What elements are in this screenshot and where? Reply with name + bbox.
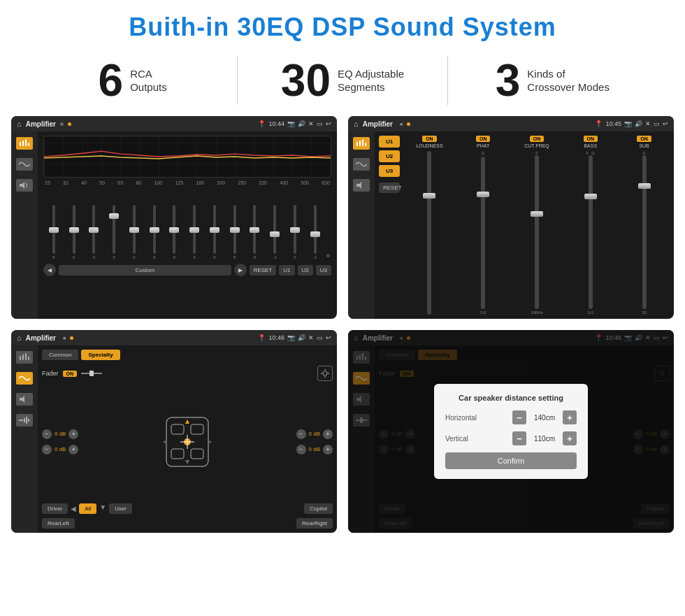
bass-on-button[interactable]: ON xyxy=(584,136,598,142)
eq-label-4: 50 xyxy=(99,180,105,185)
slider-track-5[interactable] xyxy=(153,205,156,254)
home-icon-3[interactable]: ⌂ xyxy=(17,334,22,342)
amp-sidebar-speaker-icon[interactable] xyxy=(353,179,370,192)
rearleft-button[interactable]: RearLeft xyxy=(42,518,75,529)
fader-on-button[interactable]: ON xyxy=(63,371,78,377)
slider-thumb-12[interactable] xyxy=(290,227,300,233)
loudness-slider[interactable] xyxy=(427,151,431,315)
slider-track-2[interactable] xyxy=(92,205,95,254)
slider-track-10[interactable] xyxy=(253,205,256,254)
slider-thumb-5[interactable] xyxy=(150,227,159,233)
fader-sidebar-eq-icon[interactable] xyxy=(16,351,33,364)
fader-sidebar-vol-icon[interactable] xyxy=(16,414,33,427)
slider-track-4[interactable] xyxy=(133,205,136,254)
db-plus-1[interactable]: + xyxy=(68,429,78,439)
db-plus-2[interactable]: + xyxy=(68,445,78,454)
back-icon-2[interactable]: ↩ xyxy=(663,120,668,127)
db-minus-3[interactable]: − xyxy=(296,429,306,439)
phat-slider[interactable] xyxy=(481,157,485,309)
db-minus-4[interactable]: − xyxy=(296,445,306,454)
eq-reset-button[interactable]: RESET xyxy=(250,265,277,275)
slider-thumb-3[interactable] xyxy=(109,213,119,219)
specialty-tab-button[interactable]: Specialty xyxy=(81,350,120,360)
sub-slider[interactable] xyxy=(642,155,647,309)
phat-on-button[interactable]: ON xyxy=(476,136,491,142)
left-arrow[interactable]: ◀ xyxy=(71,505,76,513)
eq-prev-button[interactable]: ◀ xyxy=(43,264,56,276)
horizontal-minus-button[interactable]: − xyxy=(512,410,526,424)
rearright-button[interactable]: RearRight xyxy=(296,518,333,529)
sub-thumb[interactable] xyxy=(638,183,651,189)
eq-play-button[interactable]: ▶ xyxy=(234,264,247,276)
db-plus-4[interactable]: + xyxy=(323,445,333,454)
amp-sidebar-wave-icon[interactable] xyxy=(353,158,370,171)
eq-label-7: 100 xyxy=(154,180,162,185)
preset-u3-button[interactable]: U3 xyxy=(379,165,400,177)
settings-icon[interactable] xyxy=(317,366,333,381)
user-button[interactable]: User xyxy=(109,503,132,514)
sidebar-eq-icon[interactable] xyxy=(16,137,33,150)
eq-u1-button[interactable]: U1 xyxy=(279,265,294,275)
slider-thumb-9[interactable] xyxy=(230,227,240,233)
amp-reset-button[interactable]: RESET xyxy=(379,182,400,193)
slider-thumb-2[interactable] xyxy=(89,227,99,233)
bass-thumb[interactable] xyxy=(584,194,597,199)
driver-button[interactable]: Driver xyxy=(42,503,68,514)
back-icon-3[interactable]: ↩ xyxy=(326,334,331,341)
slider-track-7[interactable] xyxy=(193,205,196,254)
horizontal-plus-button[interactable]: + xyxy=(563,410,577,424)
sub-on-button[interactable]: ON xyxy=(637,136,651,142)
fader-slider-icon[interactable] xyxy=(81,370,102,377)
slider-thumb-13[interactable] xyxy=(310,231,320,237)
slider-thumb-0[interactable] xyxy=(49,227,59,233)
slider-thumb-8[interactable] xyxy=(210,227,219,233)
slider-thumb-11[interactable] xyxy=(270,231,280,237)
loudness-on-button[interactable]: ON xyxy=(422,136,437,142)
slider-thumb-10[interactable] xyxy=(250,227,259,233)
amp-sidebar-eq-icon[interactable] xyxy=(353,137,370,150)
down-arrow[interactable]: ▼ xyxy=(99,503,106,514)
copilot-button[interactable]: Copilot xyxy=(304,503,333,514)
slider-track-12[interactable] xyxy=(294,205,296,254)
eq-more-icon[interactable]: » xyxy=(326,252,331,259)
db-plus-3[interactable]: + xyxy=(323,429,333,439)
home-icon[interactable]: ⌂ xyxy=(17,120,22,128)
vertical-minus-button[interactable]: − xyxy=(512,431,526,445)
slider-thumb-4[interactable] xyxy=(129,227,139,233)
slider-thumb-6[interactable] xyxy=(169,227,179,233)
back-icon[interactable]: ↩ xyxy=(326,120,331,127)
cutfreq-thumb[interactable] xyxy=(531,211,543,217)
slider-track-13[interactable] xyxy=(314,205,317,254)
eq-u3-button[interactable]: U3 xyxy=(316,265,331,275)
db-minus-2[interactable]: − xyxy=(42,445,52,454)
slider-thumb-7[interactable] xyxy=(189,227,199,233)
preset-u2-button[interactable]: U2 xyxy=(379,150,400,162)
slider-track-3[interactable] xyxy=(113,205,115,254)
cutfreq-slider[interactable] xyxy=(535,155,539,309)
slider-track-0[interactable] xyxy=(52,205,55,254)
sidebar-speaker-icon[interactable] xyxy=(16,179,33,192)
db-minus-1[interactable]: − xyxy=(42,429,52,439)
home-icon-2[interactable]: ⌂ xyxy=(354,120,359,128)
eq-u2-button[interactable]: U2 xyxy=(298,265,313,275)
vertical-plus-button[interactable]: + xyxy=(563,431,577,445)
bass-slider[interactable] xyxy=(589,155,593,309)
confirm-button[interactable]: Confirm xyxy=(445,452,577,469)
loudness-thumb[interactable] xyxy=(423,193,435,199)
common-tab-button[interactable]: Common xyxy=(42,350,78,360)
slider-track-11[interactable] xyxy=(273,205,276,254)
phat-thumb[interactable] xyxy=(477,192,489,197)
cutfreq-on-button[interactable]: ON xyxy=(530,136,545,142)
fader-sidebar-wave-icon[interactable] xyxy=(16,372,33,385)
slider-thumb-1[interactable] xyxy=(69,227,79,233)
eq-custom-button[interactable]: Custom xyxy=(59,265,231,275)
slider-track-8[interactable] xyxy=(213,205,216,254)
sidebar-wave-icon[interactable] xyxy=(16,158,33,171)
slider-track-6[interactable] xyxy=(173,205,175,254)
slider-track-1[interactable] xyxy=(73,205,75,254)
fader-title: Amplifier xyxy=(26,334,56,342)
all-button[interactable]: All xyxy=(79,503,96,514)
slider-track-9[interactable] xyxy=(233,205,236,254)
fader-sidebar-speaker-icon[interactable] xyxy=(16,393,33,406)
preset-u1-button[interactable]: U1 xyxy=(379,136,400,148)
